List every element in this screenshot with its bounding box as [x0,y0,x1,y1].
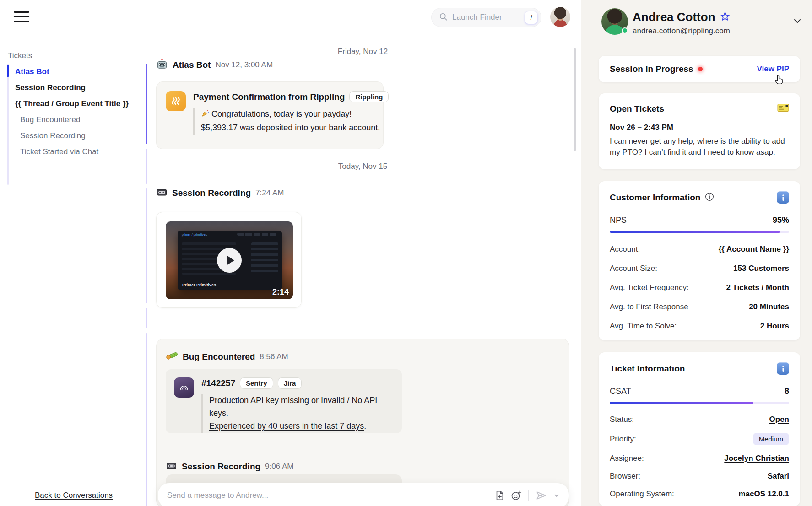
ticket-frequency-row: Avg. Ticket Frequency: 2 Tickets / Month [610,283,789,292]
nps-progress-track [610,231,789,233]
sidebar-item-atlas-bot[interactable]: Atlas Bot [15,64,134,80]
message-timestamp: 7:24 AM [255,188,284,198]
message-sender: Atlas Bot [173,60,211,70]
ticket-timestamp: Nov 26 – 2:43 PM [610,123,789,132]
message-input[interactable] [167,491,488,500]
thread-rail-active-segment [146,64,147,144]
row-label: Avg. Ticket Frequency: [610,283,689,292]
assignee-label: Assignee: [610,454,644,463]
view-pip-link[interactable]: View PIP [757,65,789,74]
message-header-bug-encountered: Bug Encountered 8:56 AM [166,351,288,362]
search-input[interactable] [452,13,525,22]
sidebar-item-bug-encountered[interactable]: Bug Encountered [15,112,134,128]
open-tickets-title: Open Tickets [610,104,664,114]
recording-dot [698,67,703,71]
info-button-icon[interactable] [777,362,789,375]
message-timestamp: 9:06 AM [265,462,293,471]
message-timestamp: Nov 12, 3:00 AM [215,60,273,70]
jira-tag: Jira [278,377,302,389]
online-status-dot [622,27,628,34]
customer-email: andrea.cotton@rippling.com [633,27,730,36]
thread-group-card: Bug Encountered 8:56 AM #142257 Sentry J… [156,339,569,506]
open-tickets-card: Open Tickets Nov 26 – 2:43 PM I can neve… [599,93,800,169]
message-sender: Bug Encountered [183,352,255,362]
row-label: Account: [610,245,640,254]
payment-line-1: Congratulations, today is your payday! [211,109,352,118]
sidebar-item-session-recording-2[interactable]: Session Recording [15,128,134,144]
tickets-sidebar: Tickets Atlas Bot Session Recording {{ T… [0,36,137,506]
composer-divider [528,490,529,501]
collapse-panel-chevron-icon[interactable] [792,16,803,28]
info-button-icon[interactable] [777,191,789,204]
status-row: Status: Open [610,415,789,424]
session-in-progress-card: Session in Progress View PIP [599,56,800,82]
date-divider: Friday, Nov 12 [156,47,569,56]
sidebar-rows [251,242,278,275]
emoji-picker-icon[interactable] [511,490,522,501]
message-composer[interactable] [157,483,569,506]
topbar: / [0,0,581,36]
row-value: 2 Hours [760,322,789,331]
sidebar-item-ticket-started[interactable]: Ticket Started via Chat [15,144,134,160]
csat-label: CSAT [610,387,631,396]
csat-progress-fill [610,402,753,404]
row-label: Avg. to First Response [610,302,688,312]
issue-card-body: Production API key missing or Invalid / … [201,394,394,433]
message-header-session-recording-2: Session Recording 9:06 AM [166,461,293,473]
robot-icon [156,58,168,72]
attach-file-icon[interactable] [494,490,504,501]
customer-panel: Andrea Cotton andrea.cotton@rippling.com… [581,0,812,506]
nps-value: 95% [773,215,789,225]
search-bar[interactable]: / [431,8,541,27]
assignee-link[interactable]: Jocelyn Christian [724,454,789,463]
sentry-icon [174,377,194,398]
back-to-conversations-link[interactable]: Back to Conversations [35,491,113,500]
row-value: 20 Minutes [749,302,789,312]
message-timestamp: 8:56 AM [260,352,288,361]
vhs-cassette-icon [156,187,168,199]
csat-progress-track [610,402,789,404]
thread-rail-segment [146,149,147,184]
app-root: / Tickets Atlas Bot Session Recording {{… [0,0,812,506]
ticket-info-title: Ticket Information [610,364,685,374]
assignee-row: Assignee: Jocelyn Christian [610,454,789,463]
message-header-session-recording: Session Recording 7:24 AM [156,187,284,199]
search-shortcut-badge: / [525,11,537,24]
info-outline-icon [705,192,714,203]
priority-badge: Medium [753,433,789,445]
issue-line-2-suffix: . [364,421,366,431]
row-value: {{ Account Name }} [719,245,789,254]
chat-scrollbar[interactable] [574,48,576,151]
priority-row: Priority: Medium [610,433,789,445]
sidebar-active-indicator [7,65,9,77]
repo-breadcrumb: primer / primitives [182,233,207,236]
nps-label: NPS [610,215,627,225]
os-label: Operating System: [610,490,674,499]
issue-impact-link[interactable]: Experienced by 40 users in the last 7 da… [209,421,364,431]
rippling-icon [166,91,186,111]
browser-label: Browser: [610,472,640,481]
send-options-chevron-icon[interactable] [553,492,560,499]
rippling-tag: Rippling [349,91,389,102]
sidebar-item-thread-title[interactable]: {{ Thread / Group Event Title }} [15,96,134,112]
send-icon[interactable] [535,490,547,501]
ticket-preview-text: I can never get any help, where is the a… [610,136,789,158]
message-sender: Session Recording [182,462,260,472]
message-sender: Session Recording [172,188,251,198]
row-label: Avg. Time to Solve: [610,322,677,331]
sidebar-item-session-recording[interactable]: Session Recording [15,80,134,96]
thread-rail-segment [146,308,147,328]
sidebar-list: Atlas Bot Session Recording {{ Thread / … [15,64,134,160]
os-row: Operating System: macOS 12.0.1 [610,490,789,499]
ticket-icon [777,103,789,114]
sidebar-rail [7,64,9,185]
os-value: macOS 12.0.1 [738,490,789,499]
user-avatar[interactable] [550,7,570,27]
hamburger-menu-icon[interactable] [14,11,29,25]
message-header-atlas-bot: Atlas Bot Nov 12, 3:00 AM [156,58,273,72]
status-open-link[interactable]: Open [769,415,789,424]
payment-card-title: Payment Confirmation from Rippling [193,92,345,102]
play-button[interactable] [217,248,242,273]
favorite-star-icon[interactable] [720,11,730,23]
video-thumbnail[interactable]: primer / primitives Primer Primitives 2:… [166,221,293,299]
